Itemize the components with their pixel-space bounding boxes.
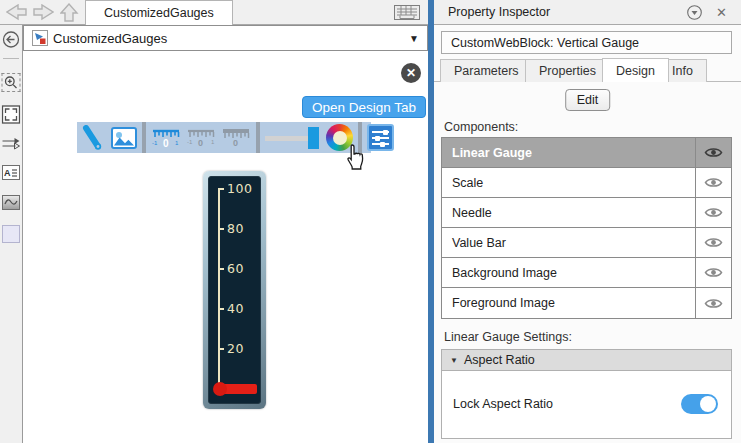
inspector-tabs: Parameters Properties Design Info <box>434 58 741 82</box>
linear-gauge-settings-label: Linear Gauge Settings: <box>444 330 572 344</box>
area-box-icon[interactable] <box>2 225 20 243</box>
hide-browser-icon[interactable] <box>3 31 20 48</box>
rail-divider <box>3 58 19 59</box>
visibility-eye-icon[interactable] <box>695 138 731 167</box>
vertical-gauge[interactable]: 100 80 60 40 20 <box>203 171 266 409</box>
keyboard-icon[interactable] <box>394 5 420 20</box>
component-row-linear-gauge[interactable]: Linear Gauge <box>442 138 731 168</box>
lock-aspect-ratio-toggle[interactable] <box>681 394 718 414</box>
design-settings-icon[interactable] <box>367 124 394 151</box>
image-tool-icon[interactable] <box>111 127 137 149</box>
nav-up-icon[interactable] <box>60 3 79 22</box>
panel-close-icon[interactable]: ✕ <box>716 5 727 20</box>
gauge-face: 100 80 60 40 20 <box>208 176 261 404</box>
signal-lines-icon[interactable] <box>2 137 21 151</box>
image-annotation-icon[interactable] <box>2 195 20 210</box>
lock-aspect-ratio-row: Lock Aspect Ratio <box>441 371 732 439</box>
chevron-down-icon[interactable]: ▼ <box>409 33 419 44</box>
document-tab[interactable]: CustomizedGauges <box>85 0 233 25</box>
scale-tool-active-icon[interactable]: 0-11 <box>151 126 181 150</box>
component-row-background-image[interactable]: Background Image <box>442 258 731 288</box>
value-bar-tool-icon[interactable] <box>265 126 321 150</box>
svg-text:1: 1 <box>211 139 215 145</box>
open-design-tab-tooltip[interactable]: Open Design Tab <box>302 96 426 118</box>
section-collapse-caret-icon: ▼ <box>450 356 458 365</box>
component-row-value-bar[interactable]: Value Bar <box>442 228 731 258</box>
tab-properties[interactable]: Properties <box>525 59 610 82</box>
annotation-icon[interactable]: A <box>2 165 20 180</box>
svg-text:0: 0 <box>198 138 203 148</box>
svg-text:0: 0 <box>163 138 169 149</box>
gauge-scale: 100 80 60 40 20 <box>218 188 220 388</box>
needle-tool-icon[interactable] <box>82 125 106 151</box>
gauge-design-toolbar: 0-11 0-11 0 <box>77 122 371 153</box>
palette-sidebar: A <box>0 25 23 443</box>
visibility-eye-icon[interactable] <box>695 168 731 197</box>
close-icon[interactable]: ✕ <box>401 63 421 83</box>
fit-to-view-icon[interactable] <box>2 105 21 124</box>
component-row-needle[interactable]: Needle <box>442 198 731 228</box>
components-label: Components: <box>444 120 518 134</box>
visibility-eye-icon[interactable] <box>695 228 731 257</box>
toolbar-divider <box>256 122 260 153</box>
model-canvas-column: CustomizedGauges ▼ ✕ Open Design Tab 0-1… <box>23 25 428 443</box>
toolbar-divider <box>358 122 362 153</box>
property-inspector-panel: Property Inspector ✕ CustomWebBlock: Ver… <box>434 0 741 443</box>
toggle-knob <box>700 396 716 412</box>
visibility-eye-icon[interactable] <box>695 258 731 287</box>
svg-text:A: A <box>4 168 11 178</box>
svg-text:1: 1 <box>175 140 179 146</box>
panel-title: Property Inspector <box>448 5 687 19</box>
top-toolbar: CustomizedGauges <box>0 0 432 25</box>
component-row-foreground-image[interactable]: Foreground Image <box>442 288 731 318</box>
model-canvas[interactable]: ✕ Open Design Tab 0-11 0-11 0 <box>23 51 428 443</box>
gauge-needle <box>219 384 257 394</box>
color-wheel-icon[interactable] <box>326 124 353 151</box>
simulink-model-icon <box>32 30 48 46</box>
zoom-region-icon[interactable] <box>2 73 21 92</box>
document-tab-label: CustomizedGauges <box>104 6 214 20</box>
aspect-ratio-section-label: Aspect Ratio <box>464 353 535 367</box>
components-table: Linear Gauge Scale Needle Value Bar Back… <box>441 137 732 319</box>
svg-text:-1: -1 <box>152 140 158 146</box>
scale-tool-3-icon[interactable]: 0 <box>221 126 251 150</box>
nav-back-icon[interactable] <box>6 4 27 21</box>
aspect-ratio-section-header[interactable]: ▼ Aspect Ratio <box>441 349 732 371</box>
toolbar-divider <box>142 122 146 153</box>
tab-design[interactable]: Design <box>602 58 669 82</box>
lock-aspect-ratio-label: Lock Aspect Ratio <box>453 397 553 411</box>
scale-tool-2-icon[interactable]: 0-11 <box>186 126 216 150</box>
breadcrumb-label: CustomizedGauges <box>53 31 404 46</box>
block-identity: CustomWebBlock: Vertical Gauge <box>441 31 732 54</box>
nav-forward-icon[interactable] <box>33 4 54 21</box>
svg-text:-1: -1 <box>187 139 193 145</box>
panel-menu-icon[interactable] <box>687 5 702 20</box>
property-inspector-header: Property Inspector ✕ <box>434 0 741 25</box>
svg-text:0: 0 <box>233 138 238 148</box>
block-identity-label: CustomWebBlock: Vertical Gauge <box>451 36 639 50</box>
breadcrumb[interactable]: CustomizedGauges ▼ <box>23 25 428 51</box>
edit-button[interactable]: Edit <box>565 89 611 111</box>
tab-parameters[interactable]: Parameters <box>440 59 533 82</box>
component-row-scale[interactable]: Scale <box>442 168 731 198</box>
visibility-eye-icon[interactable] <box>695 198 731 227</box>
visibility-eye-icon[interactable] <box>695 288 731 318</box>
